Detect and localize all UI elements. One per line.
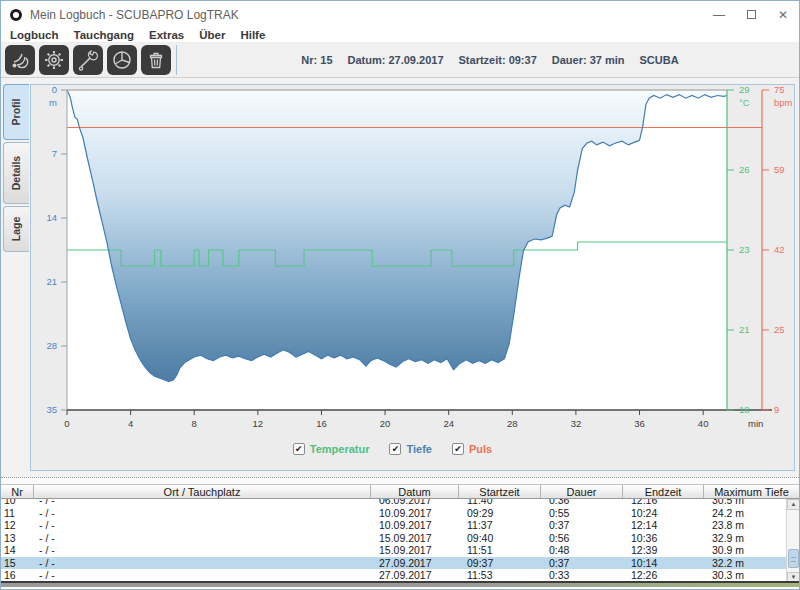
tab-lage[interactable]: Lage xyxy=(3,206,29,252)
table-header: Nr Ort / Tauchplatz Datum Startzeit Daue… xyxy=(1,484,799,499)
download-dives-button[interactable] xyxy=(5,45,35,75)
dive-table-panel: Nr Ort / Tauchplatz Datum Startzeit Daue… xyxy=(1,477,799,589)
table-row[interactable]: 15- / -27.09.201709:370:3710:1432.2 m xyxy=(1,557,799,570)
column-header-nr[interactable]: Nr xyxy=(1,485,34,498)
column-header-ort[interactable]: Ort / Tauchplatz xyxy=(34,485,371,498)
cell-endzeit: 12:14 xyxy=(623,519,704,532)
svg-text:36: 36 xyxy=(634,418,645,429)
cell-ort: - / - xyxy=(34,557,371,570)
table-scrollbar[interactable]: ▲ ▼ xyxy=(786,499,799,583)
titlebar: Mein Logbuch - SCUBAPRO LogTRAK — ✕ xyxy=(1,1,799,28)
window-bottom-edge xyxy=(1,583,799,587)
app-window: Mein Logbuch - SCUBAPRO LogTRAK — ✕ Logb… xyxy=(0,0,800,590)
scrollbar-thumb[interactable] xyxy=(788,549,799,568)
svg-text:0: 0 xyxy=(52,84,57,95)
svg-text:bpm: bpm xyxy=(774,97,793,108)
info-dauer: Dauer: 37 min xyxy=(552,54,625,66)
svg-text:29: 29 xyxy=(739,84,750,95)
cell-datum: 15.09.2017 xyxy=(371,544,459,557)
table-row[interactable]: 11- / -10.09.201709:290:5510:2424.2 m xyxy=(1,507,799,520)
cell-dauer: 0:55 xyxy=(541,507,623,520)
cell-startzeit: 09:29 xyxy=(459,507,541,520)
info-datum: Datum: 27.09.2017 xyxy=(348,54,444,66)
column-header-startzeit[interactable]: Startzeit xyxy=(459,485,541,498)
menu-tauchgang[interactable]: Tauchgang xyxy=(74,29,134,41)
cell-datum: 27.09.2017 xyxy=(371,557,459,570)
cell-max_tiefe: 32.2 m xyxy=(704,557,799,570)
tabstrip: Profil Details Lage xyxy=(3,84,31,252)
table-row[interactable]: 14- / -15.09.201711:510:4812:3930.9 m xyxy=(1,544,799,557)
svg-text:35: 35 xyxy=(46,404,57,415)
cell-nr: 13 xyxy=(1,532,34,545)
cell-startzeit: 11:51 xyxy=(459,544,541,557)
tiefe-checkbox[interactable]: ✔ xyxy=(389,443,401,455)
cell-startzeit: 09:40 xyxy=(459,532,541,545)
gear-icon xyxy=(43,49,65,71)
svg-text:14: 14 xyxy=(46,212,57,223)
menu-hilfe[interactable]: Hilfe xyxy=(240,29,265,41)
menu-logbuch[interactable]: Logbuch xyxy=(10,29,59,41)
rows-container: 10- / -06.09.201711:400:3612:1630.5 m11-… xyxy=(1,499,799,582)
cell-max_tiefe: 30.9 m xyxy=(704,544,799,557)
tab-details[interactable]: Details xyxy=(3,142,29,204)
tab-profil[interactable]: Profil xyxy=(3,84,29,140)
svg-text:59: 59 xyxy=(774,164,785,175)
table-focus-strip xyxy=(1,477,799,484)
close-button[interactable]: ✕ xyxy=(767,1,799,28)
legend-tiefe-label: Tiefe xyxy=(406,443,431,455)
svg-text:9: 9 xyxy=(774,404,779,415)
menubar: Logbuch Tauchgang Extras Über Hilfe xyxy=(1,28,799,43)
cell-ort: - / - xyxy=(34,544,371,557)
signal-waves-icon xyxy=(9,49,31,71)
cell-endzeit: 10:36 xyxy=(623,532,704,545)
cell-dauer: 0:37 xyxy=(541,519,623,532)
svg-text:24: 24 xyxy=(443,418,454,429)
column-header-dauer[interactable]: Dauer xyxy=(541,485,623,498)
cell-max_tiefe: 30.5 m xyxy=(704,499,799,507)
table-row[interactable]: 13- / -15.09.201709:400:5610:3632.9 m xyxy=(1,532,799,545)
table-row[interactable]: 10- / -06.09.201711:400:3612:1630.5 m xyxy=(1,499,799,507)
column-header-datum[interactable]: Datum xyxy=(371,485,459,498)
column-header-max-tiefe[interactable]: Maximum Tiefe xyxy=(704,485,799,498)
cell-ort: - / - xyxy=(34,507,371,520)
table-row[interactable]: 16- / -27.09.201711:530:3312:2630.3 m xyxy=(1,569,799,582)
temperatur-checkbox[interactable]: ✔ xyxy=(293,443,305,455)
menu-ueber[interactable]: Über xyxy=(199,29,225,41)
cell-endzeit: 12:26 xyxy=(623,569,704,582)
cell-datum: 15.09.2017 xyxy=(371,532,459,545)
delete-button[interactable] xyxy=(141,45,171,75)
cell-endzeit: 10:24 xyxy=(623,507,704,520)
column-header-endzeit[interactable]: Endzeit xyxy=(623,485,704,498)
scroll-up-button[interactable]: ▲ xyxy=(787,499,799,510)
minimize-button[interactable]: — xyxy=(703,1,735,28)
svg-text:75: 75 xyxy=(774,84,785,95)
main-content: Profil Details Lage 0481216202428323640m… xyxy=(1,78,799,479)
cell-endzeit: 12:16 xyxy=(623,499,704,507)
svg-text:18: 18 xyxy=(739,404,750,415)
legend-puls: ✔ Puls xyxy=(452,443,492,455)
table-row[interactable]: 12- / -10.09.201711:370:3712:1423.8 m xyxy=(1,519,799,532)
cell-nr: 15 xyxy=(1,557,34,570)
info-startzeit: Startzeit: 09:37 xyxy=(459,54,537,66)
cell-ort: - / - xyxy=(34,499,371,507)
tools-button[interactable] xyxy=(73,45,103,75)
maximize-button[interactable] xyxy=(735,1,767,28)
cell-max_tiefe: 24.2 m xyxy=(704,507,799,520)
svg-text:42: 42 xyxy=(774,244,785,255)
info-mode: SCUBA xyxy=(640,54,679,66)
svg-text:8: 8 xyxy=(192,418,197,429)
menu-extras[interactable]: Extras xyxy=(149,29,184,41)
svg-text:28: 28 xyxy=(507,418,518,429)
puls-checkbox[interactable]: ✔ xyxy=(452,443,464,455)
cell-dauer: 0:37 xyxy=(541,557,623,570)
window-title: Mein Logbuch - SCUBAPRO LogTRAK xyxy=(30,8,703,22)
toolbar: Nr: 15 Datum: 27.09.2017 Startzeit: 09:3… xyxy=(1,43,799,78)
cell-datum: 10.09.2017 xyxy=(371,507,459,520)
settings-button[interactable] xyxy=(39,45,69,75)
statistics-button[interactable] xyxy=(107,45,137,75)
dive-profile-chart: 0481216202428323640min0714212835m2926232… xyxy=(31,85,794,435)
cell-max_tiefe: 32.9 m xyxy=(704,532,799,545)
cell-startzeit: 11:40 xyxy=(459,499,541,507)
legend-temperatur: ✔ Temperatur xyxy=(293,443,370,455)
cell-startzeit: 11:53 xyxy=(459,569,541,582)
